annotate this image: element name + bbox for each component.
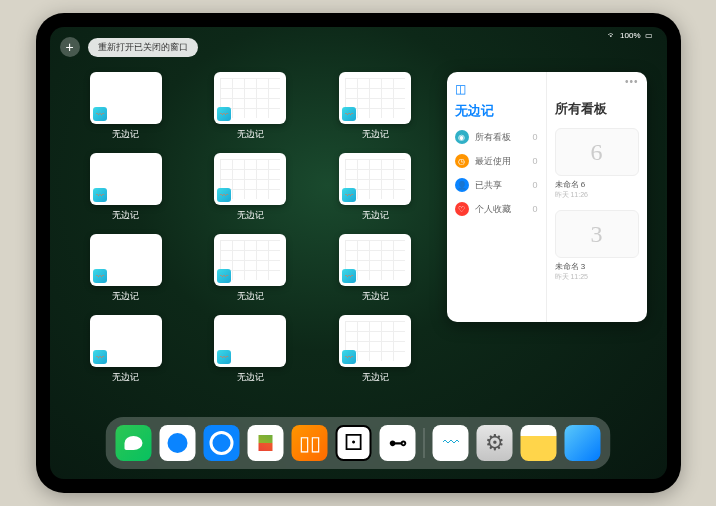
books-app-icon[interactable]: ▯▯ (292, 425, 328, 461)
thumb-label: 无边记 (237, 209, 264, 222)
board-date: 昨天 11:26 (555, 190, 639, 200)
browser-app-icon[interactable] (160, 425, 196, 461)
board-item[interactable]: 3 未命名 3 昨天 11:25 (555, 210, 639, 282)
category-count: 0 (532, 204, 537, 214)
reopen-closed-window-button[interactable]: 重新打开已关闭的窗口 (88, 38, 198, 57)
dock: ▯▯ (106, 417, 611, 469)
thumb-label: 无边记 (362, 128, 389, 141)
board-item[interactable]: 6 未命名 6 昨天 11:26 (555, 128, 639, 200)
window-thumbnail[interactable]: 无边记 (199, 234, 302, 303)
thumb-label: 无边记 (237, 290, 264, 303)
app-library-icon[interactable] (565, 425, 601, 461)
add-button[interactable]: + (60, 37, 80, 57)
notes-app-icon[interactable] (521, 425, 557, 461)
window-thumbnail[interactable]: 无边记 (75, 72, 178, 141)
freeform-icon (217, 269, 231, 283)
wifi-icon: ᯤ (608, 31, 616, 40)
all-boards-icon: ◉ (455, 130, 469, 144)
window-thumbnail[interactable]: 无边记 (324, 153, 427, 222)
category-favorites[interactable]: ♡ 个人收藏 0 (455, 202, 538, 216)
freeform-icon (342, 188, 356, 202)
workspace: 无边记 无边记 无边记 无边记 无边记 (75, 72, 647, 409)
freeform-icon (342, 269, 356, 283)
battery-label: 100% (620, 31, 640, 40)
panel-sidebar: ◫ 无边记 ◉ 所有看板 0 ◷ 最近使用 0 (447, 72, 547, 322)
thumb-label: 无边记 (362, 209, 389, 222)
thumb-label: 无边记 (237, 128, 264, 141)
panel-title: 无边记 (455, 102, 538, 120)
board-date: 昨天 11:25 (555, 272, 639, 282)
category-label: 最近使用 (475, 155, 511, 168)
thumb-label: 无边记 (362, 371, 389, 384)
category-label: 已共享 (475, 179, 502, 192)
qq-browser-app-icon[interactable] (204, 425, 240, 461)
board-preview: 3 (555, 210, 639, 258)
panel-content: 所有看板 6 未命名 6 昨天 11:26 3 未命名 3 昨天 11:25 (547, 72, 647, 322)
thumb-label: 无边记 (112, 290, 139, 303)
sidebar-toggle-icon[interactable]: ◫ (455, 82, 538, 96)
connect-app-icon[interactable] (380, 425, 416, 461)
category-recent[interactable]: ◷ 最近使用 0 (455, 154, 538, 168)
battery-icon: ▭ (645, 31, 653, 40)
freeform-icon (217, 188, 231, 202)
category-shared[interactable]: 👤 已共享 0 (455, 178, 538, 192)
boards-title: 所有看板 (555, 100, 639, 118)
category-all-boards[interactable]: ◉ 所有看板 0 (455, 130, 538, 144)
heart-icon: ♡ (455, 202, 469, 216)
freeform-icon (217, 107, 231, 121)
freeform-icon (93, 188, 107, 202)
wechat-app-icon[interactable] (116, 425, 152, 461)
window-thumbnail[interactable]: 无边记 (324, 234, 427, 303)
window-thumbnail[interactable]: 无边记 (75, 234, 178, 303)
clock-icon: ◷ (455, 154, 469, 168)
dice-app-icon[interactable] (336, 425, 372, 461)
person-icon: 👤 (455, 178, 469, 192)
play-store-app-icon[interactable] (248, 425, 284, 461)
dock-separator (424, 428, 425, 458)
freeform-icon (342, 107, 356, 121)
window-thumbnail[interactable]: 无边记 (324, 72, 427, 141)
category-count: 0 (532, 132, 537, 142)
category-count: 0 (532, 156, 537, 166)
freeform-icon (93, 107, 107, 121)
window-thumbnail[interactable]: 无边记 (75, 315, 178, 384)
freeform-app-icon[interactable] (433, 425, 469, 461)
more-icon[interactable]: ••• (625, 76, 639, 87)
freeform-icon (217, 350, 231, 364)
window-thumbnail[interactable]: 无边记 (199, 153, 302, 222)
category-list: ◉ 所有看板 0 ◷ 最近使用 0 👤 已共享 0 (455, 130, 538, 216)
thumb-label: 无边记 (112, 371, 139, 384)
thumb-label: 无边记 (237, 371, 264, 384)
board-preview: 6 (555, 128, 639, 176)
window-thumbnail[interactable]: 无边记 (324, 315, 427, 384)
board-name: 未命名 3 (555, 261, 639, 272)
freeform-icon (93, 269, 107, 283)
board-name: 未命名 6 (555, 179, 639, 190)
category-label: 所有看板 (475, 131, 511, 144)
app-switcher-grid: 无边记 无边记 无边记 无边记 无边记 (75, 72, 427, 409)
thumb-label: 无边记 (362, 290, 389, 303)
thumb-label: 无边记 (112, 209, 139, 222)
freeform-icon (93, 350, 107, 364)
window-thumbnail[interactable]: 无边记 (199, 315, 302, 384)
top-controls: + 重新打开已关闭的窗口 (60, 37, 198, 57)
window-thumbnail[interactable]: 无边记 (199, 72, 302, 141)
freeform-panel[interactable]: ••• ◫ 无边记 ◉ 所有看板 0 ◷ 最近使用 0 (447, 72, 647, 322)
ipad-frame: ᯤ 100% ▭ + 重新打开已关闭的窗口 无边记 无边记 (36, 13, 681, 493)
window-thumbnail[interactable]: 无边记 (75, 153, 178, 222)
category-label: 个人收藏 (475, 203, 511, 216)
freeform-icon (342, 350, 356, 364)
thumb-label: 无边记 (112, 128, 139, 141)
status-bar: ᯤ 100% ▭ (608, 31, 652, 40)
settings-app-icon[interactable] (477, 425, 513, 461)
category-count: 0 (532, 180, 537, 190)
screen: ᯤ 100% ▭ + 重新打开已关闭的窗口 无边记 无边记 (50, 27, 667, 479)
